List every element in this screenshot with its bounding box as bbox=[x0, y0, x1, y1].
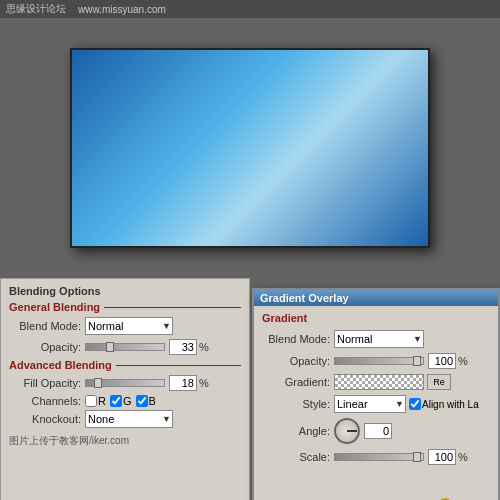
channels-row: Channels: R G B bbox=[9, 395, 241, 407]
fill-opacity-slider-thumb[interactable] bbox=[94, 378, 102, 388]
topbar: 思缘设计论坛 www.missyuan.com bbox=[0, 0, 500, 18]
scale-label: Scale: bbox=[262, 451, 330, 463]
right-opacity-value-input[interactable] bbox=[428, 353, 456, 369]
right-blend-mode-dropdown-wrapper[interactable]: Normal Multiply Screen ▼ bbox=[334, 330, 424, 348]
channel-b-label: B bbox=[149, 395, 156, 407]
channels-label: Channels: bbox=[9, 395, 81, 407]
angle-value-input[interactable] bbox=[364, 423, 392, 439]
opacity-slider-thumb[interactable] bbox=[106, 342, 114, 352]
opacity-row: Opacity: % bbox=[9, 339, 241, 355]
site-url: www.missyuan.com bbox=[78, 4, 166, 15]
scale-slider-thumb[interactable] bbox=[413, 452, 421, 462]
right-opacity-label: Opacity: bbox=[262, 355, 330, 367]
bottom-area: Blending Options General Blending Blend … bbox=[0, 278, 500, 500]
channel-g-item: G bbox=[110, 395, 132, 407]
watermark-area: 图片上传于教客网/iker.com bbox=[9, 434, 241, 448]
divider-line-1 bbox=[104, 307, 241, 308]
gradient-bar-row: Gradient: Re bbox=[262, 374, 490, 390]
general-blending-divider: General Blending bbox=[9, 301, 241, 313]
fill-opacity-slider-track[interactable] bbox=[85, 379, 165, 387]
gradient-label: Gradient: bbox=[262, 376, 330, 388]
align-checkbox[interactable] bbox=[409, 398, 421, 410]
gradient-overlay-title: Gradient Overlay bbox=[260, 292, 349, 304]
right-opacity-slider-track[interactable] bbox=[334, 357, 424, 365]
align-label: Align with La bbox=[422, 399, 479, 410]
knockout-label: Knockout: bbox=[9, 413, 81, 425]
canvas-area bbox=[0, 18, 500, 278]
right-opacity-slider-thumb[interactable] bbox=[413, 356, 421, 366]
channel-g-label: G bbox=[123, 395, 132, 407]
canvas-preview bbox=[70, 48, 430, 248]
blend-mode-label: Blend Mode: bbox=[9, 320, 81, 332]
style-dropdown-wrapper[interactable]: Linear Radial Angle ▼ bbox=[334, 395, 406, 413]
site-name: 思缘设计论坛 bbox=[6, 2, 66, 16]
angle-label: Angle: bbox=[262, 425, 330, 437]
style-label: Style: bbox=[262, 398, 330, 410]
divider-line-2 bbox=[116, 365, 241, 366]
right-blend-mode-select[interactable]: Normal Multiply Screen bbox=[334, 330, 424, 348]
angle-needle-icon bbox=[347, 430, 357, 432]
gradient-section-title: Gradient bbox=[262, 312, 490, 324]
gradient-arrow-wrapper[interactable]: Re bbox=[427, 374, 451, 390]
angle-dial[interactable] bbox=[334, 418, 360, 444]
right-blend-mode-row: Blend Mode: Normal Multiply Screen ▼ bbox=[262, 330, 490, 348]
blending-options-title: Blending Options bbox=[9, 285, 241, 297]
knockout-dropdown-wrapper[interactable]: None Shallow Deep ▼ bbox=[85, 410, 173, 428]
channel-b-checkbox[interactable] bbox=[136, 395, 148, 407]
scale-percent: % bbox=[458, 451, 468, 463]
opacity-slider-track[interactable] bbox=[85, 343, 165, 351]
knockout-select[interactable]: None Shallow Deep bbox=[85, 410, 173, 428]
gradient-overlay-titlebar: Gradient Overlay bbox=[254, 290, 498, 306]
knockout-row: Knockout: None Shallow Deep ▼ bbox=[9, 410, 241, 428]
style-select[interactable]: Linear Radial Angle bbox=[334, 395, 406, 413]
re-button[interactable]: Re bbox=[427, 374, 451, 390]
blend-mode-select[interactable]: Normal Dissolve Multiply Screen bbox=[85, 317, 173, 335]
channel-r-item: R bbox=[85, 395, 106, 407]
angle-dial-wrapper bbox=[334, 418, 392, 444]
fill-opacity-row: Fill Opacity: % bbox=[9, 375, 241, 391]
channel-r-checkbox[interactable] bbox=[85, 395, 97, 407]
scale-slider-track[interactable] bbox=[334, 453, 424, 461]
right-blend-mode-label: Blend Mode: bbox=[262, 333, 330, 345]
opacity-percent-sign: % bbox=[199, 341, 209, 353]
right-opacity-row: Opacity: % bbox=[262, 353, 490, 369]
align-checkbox-group: Align with La bbox=[409, 398, 479, 410]
channels-checkboxes: R G B bbox=[85, 395, 156, 407]
gradient-overlay-panel: Gradient Overlay Gradient Blend Mode: No… bbox=[252, 288, 500, 500]
fill-opacity-label: Fill Opacity: bbox=[9, 377, 81, 389]
angle-row: Angle: bbox=[262, 418, 490, 444]
blending-options-panel: Blending Options General Blending Blend … bbox=[0, 278, 250, 500]
fill-opacity-percent-sign: % bbox=[199, 377, 209, 389]
blend-mode-dropdown-wrapper[interactable]: Normal Dissolve Multiply Screen ▼ bbox=[85, 317, 173, 335]
channel-b-item: B bbox=[136, 395, 156, 407]
scale-value-input[interactable] bbox=[428, 449, 456, 465]
opacity-label: Opacity: bbox=[9, 341, 81, 353]
right-opacity-percent: % bbox=[458, 355, 468, 367]
blend-mode-row: Blend Mode: Normal Dissolve Multiply Scr… bbox=[9, 317, 241, 335]
channel-r-label: R bbox=[98, 395, 106, 407]
channel-g-checkbox[interactable] bbox=[110, 395, 122, 407]
style-row: Style: Linear Radial Angle ▼ Align with … bbox=[262, 395, 490, 413]
watermark-text: 图片上传于教客网/iker.com bbox=[9, 434, 129, 448]
fill-opacity-slider-wrapper: % bbox=[85, 375, 241, 391]
advanced-blending-label: Advanced Blending bbox=[9, 359, 112, 371]
general-blending-label: General Blending bbox=[9, 301, 100, 313]
gradient-bar[interactable] bbox=[334, 374, 424, 390]
gradient-overlay-body: Gradient Blend Mode: Normal Multiply Scr… bbox=[254, 306, 498, 476]
fill-opacity-value-input[interactable] bbox=[169, 375, 197, 391]
scale-row: Scale: % bbox=[262, 449, 490, 465]
advanced-blending-divider: Advanced Blending bbox=[9, 359, 241, 371]
opacity-slider-wrapper: % bbox=[85, 339, 241, 355]
opacity-value-input[interactable] bbox=[169, 339, 197, 355]
